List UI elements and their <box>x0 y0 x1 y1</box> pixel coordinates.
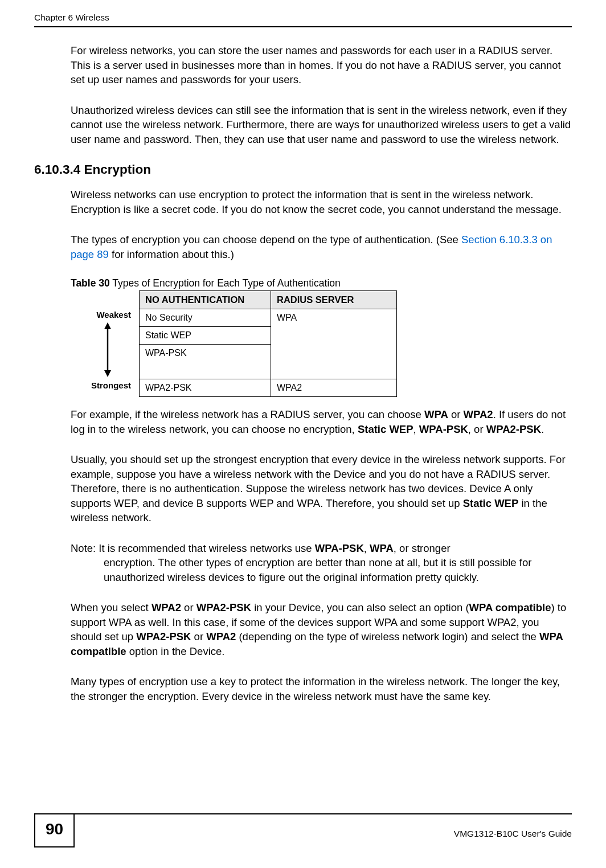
note-continuation: encryption. The other types of encryptio… <box>71 555 560 584</box>
term-wpa-psk: WPA-PSK <box>315 542 364 554</box>
svg-marker-1 <box>104 322 111 329</box>
footer-inner: 90 VMG1312-B10C User's Guide <box>34 814 572 847</box>
cell-wpa: WPA <box>271 309 397 379</box>
term-wpa2: WPA2 <box>152 601 181 613</box>
table-row: NO AUTHENTICATION RADIUS SERVER <box>140 291 397 309</box>
paragraph-key-length: Many types of encryption use a key to pr… <box>71 674 572 703</box>
table-caption: Table 30 Types of Encryption for Each Ty… <box>71 277 572 289</box>
text-fragment: , <box>364 542 370 554</box>
table-row: WPA2-PSK WPA2 <box>140 379 397 397</box>
paragraph-auth-types: The types of encryption you can choose d… <box>71 232 572 261</box>
strength-labels: Weakest Strongest <box>71 290 139 397</box>
paragraph-unauthorized: Unauthorized wireless devices can still … <box>71 103 572 147</box>
term-wpa2-psk: WPA2-PSK <box>136 630 191 642</box>
page: Chapter 6 Wireless For wireless networks… <box>0 0 606 868</box>
term-wpa2: WPA2 <box>464 408 493 420</box>
text-fragment: option in the Device. <box>126 645 225 657</box>
cell-wpa2: WPA2 <box>271 379 397 397</box>
running-header: Chapter 6 Wireless <box>34 0 572 27</box>
svg-marker-2 <box>104 370 111 377</box>
paragraph-encryption-intro: Wireless networks can use encryption to … <box>71 187 572 216</box>
text-fragment: Note: It is recommended that wireless ne… <box>71 542 315 554</box>
term-wpa: WPA <box>370 542 394 554</box>
text-fragment: . <box>541 423 544 435</box>
section-heading-encryption: 6.10.3.4 Encryption <box>34 162 572 177</box>
text-fragment: in your Device, you can also select an o… <box>251 601 469 613</box>
term-wpa-psk: WPA-PSK <box>419 423 468 435</box>
paragraph-example-radius: For example, if the wireless network has… <box>71 407 572 436</box>
header-radius: RADIUS SERVER <box>271 291 397 309</box>
cell-no-security: No Security <box>140 309 271 327</box>
text-fragment: For example, if the wireless network has… <box>71 408 424 420</box>
page-footer: 90 VMG1312-B10C User's Guide <box>34 813 572 847</box>
text-fragment: When you select <box>71 601 152 613</box>
table-number: Table 30 <box>71 277 110 289</box>
term-static-wep: Static WEP <box>463 497 519 509</box>
text-fragment: or <box>448 408 464 420</box>
term-wpa: WPA <box>424 408 448 420</box>
table-caption-text: Types of Encryption for Each Type of Aut… <box>110 277 341 289</box>
text-fragment: or <box>191 630 206 642</box>
cell-wpa2-psk: WPA2-PSK <box>140 379 271 397</box>
encryption-table-wrapper: Weakest Strongest NO AUTHENTICATION RADI… <box>71 290 572 397</box>
content-area: For wireless networks, you can store the… <box>34 27 572 703</box>
term-wpa2: WPA2 <box>206 630 236 642</box>
double-arrow-icon <box>103 322 113 377</box>
text-fragment: or <box>181 601 196 613</box>
guide-title: VMG1312-B10C User's Guide <box>454 823 572 839</box>
text-fragment: for information about this.) <box>109 248 234 260</box>
text-fragment: , or stronger <box>394 542 451 554</box>
paragraph-radius-intro: For wireless networks, you can store the… <box>71 43 572 87</box>
text-fragment: (depending on the type of wireless netwo… <box>236 630 539 642</box>
cell-wpa-psk: WPA-PSK <box>140 345 271 379</box>
text-fragment: The types of encryption you can choose d… <box>71 234 461 245</box>
chapter-title: Chapter 6 Wireless <box>34 13 109 23</box>
paragraph-strongest: Usually, you should set up the strongest… <box>71 452 572 525</box>
term-wpa-compatible: WPA compatible <box>469 601 551 613</box>
page-number: 90 <box>34 813 75 847</box>
paragraph-wpa-compatible: When you select WPA2 or WPA2-PSK in your… <box>71 600 572 658</box>
table-row: No Security WPA <box>140 309 397 327</box>
text-fragment: , or <box>468 423 486 435</box>
term-wpa2-psk: WPA2-PSK <box>196 601 251 613</box>
header-no-auth: NO AUTHENTICATION <box>140 291 271 309</box>
strongest-label: Strongest <box>91 380 131 390</box>
cell-static-wep: Static WEP <box>140 327 271 345</box>
text-fragment: , <box>413 423 419 435</box>
note-paragraph: Note: It is recommended that wireless ne… <box>71 541 560 585</box>
term-static-wep: Static WEP <box>358 423 413 435</box>
encryption-table: NO AUTHENTICATION RADIUS SERVER No Secur… <box>139 290 397 397</box>
weakest-label: Weakest <box>96 310 131 320</box>
term-wpa2-psk: WPA2-PSK <box>486 423 541 435</box>
